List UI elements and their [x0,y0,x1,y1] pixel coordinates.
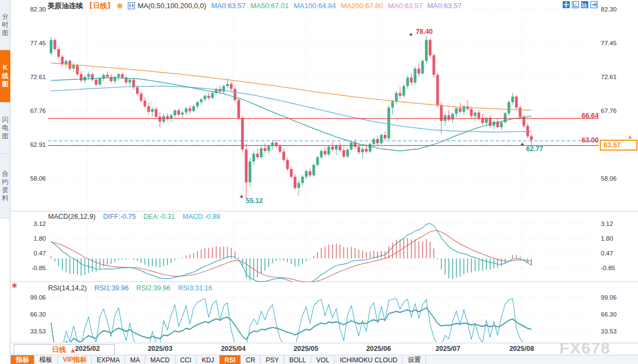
svg-text:67.76: 67.76 [30,108,46,114]
toolbar-tab-CR[interactable]: CR [241,355,261,364]
svg-text:3.12: 3.12 [601,220,613,227]
swing-low-label: 55.12 [246,197,263,205]
symbol-title: 美原油连续 [48,1,83,11]
month-tick-2025/02: 2025/02 [75,345,99,353]
sidebar-filler [0,218,10,364]
macd-panel [51,224,531,285]
month-tick-2025/07: 2025/07 [435,345,460,353]
month-tick-2025/05: 2025/05 [293,345,318,353]
month-tick-2025/08: 2025/08 [509,345,534,353]
toolbar-tab-VOL[interactable]: VOL [311,355,335,364]
swing-high-marker: + [409,31,412,38]
month-tick-2025/04: 2025/04 [221,345,245,353]
month-tick-2025/06: 2025/06 [366,345,391,353]
svg-text:99.06: 99.06 [30,294,46,301]
svg-text:3.12: 3.12 [34,220,46,227]
ma-settings-label[interactable]: MA(0,50,100,200,0,0) [138,2,206,10]
toolbar-tab-CCI[interactable]: CCI [175,355,197,364]
sidebar-item-kline-chart[interactable]: K线图 [0,50,10,103]
toolbar-tab-指标[interactable]: 指标 [10,355,34,364]
recent-low-marker: + [521,141,524,147]
toolbar-tab-设置[interactable]: 设置 [403,355,426,364]
svg-text:82.30: 82.30 [601,6,617,13]
svg-text:72.61: 72.61 [601,74,617,80]
svg-text:82.30: 82.30 [30,6,46,13]
rsi1-value: RSI1:39.96 [94,284,129,292]
rsi-params[interactable]: RSI(14,14,2) [48,284,87,292]
sidebar-item-contract-info[interactable]: 合约资料 [0,154,10,218]
macd-diff-value: DIFF:-0.75 [103,213,136,220]
toolbar-tab-VIP指标[interactable]: VIP指标 [58,355,92,364]
axis-scale-icon[interactable] [572,1,579,8]
toolbar-tab-RSI[interactable]: RSI [220,355,241,364]
exit-fullscreen-icon[interactable] [590,1,598,8]
chart-tools [563,1,598,8]
toolbar-tab-模板[interactable]: 模板 [34,355,58,364]
chart-canvas[interactable]: 82.3082.3077.4577.4572.6172.6167.7667.76… [0,0,638,364]
toolbar-tab-PSY[interactable]: PSY [261,355,284,364]
pan-move-icon[interactable] [563,1,570,8]
svg-text:0.47: 0.47 [601,250,613,256]
svg-text:-0.85: -0.85 [601,265,615,271]
rsi3-value: RSI3:31.16 [178,284,212,292]
period-label: 【日线】 [86,1,114,11]
macd-value: MACD:-0.88 [182,213,220,220]
svg-text:62.91: 62.91 [30,141,46,148]
ma50-value: MA50:67.01 [251,2,289,10]
indicator-settings-icon[interactable]: ✳ [11,282,17,290]
toolbar-tab-ICHIMOKU CLOUD[interactable]: ICHIMOKU CLOUD [335,355,403,364]
zoom-area-icon[interactable] [581,1,588,8]
svg-text:-0.85: -0.85 [32,265,46,271]
svg-text:0.47: 0.47 [34,250,46,256]
svg-text:66.30: 66.30 [30,311,46,318]
toolbar-tab-MACD[interactable]: MACD [145,355,175,364]
svg-text:77.45: 77.45 [30,40,46,46]
rsi-panel [51,299,531,349]
svg-text:99.06: 99.06 [601,294,617,301]
ma0b-value: MA0:63.57 [388,2,422,10]
svg-text:67.76: 67.76 [601,108,617,114]
swing-low-marker: + [240,193,243,200]
svg-text:77.45: 77.45 [601,40,617,46]
trading-app-window: 82.3082.3077.4577.4572.6172.6167.7667.76… [0,0,638,364]
current-price-tag: 63.57 [600,140,637,151]
macd-params[interactable]: MACD(26,12,9) [48,213,96,220]
svg-text:1.80: 1.80 [34,235,46,242]
add-indicator-icon[interactable]: ⊕ [117,2,123,10]
recent-low-label: 62.77 [526,145,543,153]
svg-text:33.53: 33.53 [601,328,617,335]
toolbar-tab-KDJ[interactable]: KDJ [197,355,220,364]
toolbar-tab-MA[interactable]: MA [125,355,145,364]
toolbar-tabs: 指标模板VIP指标EXPMAMAMACDCCIKDJRSICRPSYBOLLVO… [10,355,638,364]
svg-text:66.30: 66.30 [601,311,617,318]
rsi-header: RSI(14,14,2) RSI1:39.96 RSI2:39.96 RSI3:… [48,284,212,292]
month-tick-2025/03: 2025/03 [147,345,172,353]
ma200-value: MA200:67.80 [341,2,383,10]
svg-text:33.53: 33.53 [30,328,46,335]
sidebar-item-timeline-chart[interactable]: 分时图 [0,0,10,50]
svg-text:72.61: 72.61 [30,74,46,80]
svg-text:1.80: 1.80 [601,235,613,242]
macd-dea-value: DEA:-0.31 [144,213,175,220]
svg-text:58.06: 58.06 [601,175,617,182]
toolbar-tab-BOLL[interactable]: BOLL [284,355,311,364]
macd-header: MACD(26,12,9) DIFF:-0.75 DEA:-0.31 MACD:… [48,213,220,220]
svg-text:58.06: 58.06 [30,175,46,182]
support-level-label[interactable]: 63.00 [568,136,599,144]
time-axis-row: 日线 ▲ 2025/022025/032025/042025/052025/06… [10,343,638,355]
ma0c-value: MA0:63.57 [427,2,462,10]
ma100-value: MA100:64.84 [294,2,336,10]
swing-high-label: 78.40 [416,28,433,35]
ma0-value: MA0:63.57 [211,2,246,10]
price-up-arrow-icon: ▲ [627,133,633,140]
chart-header: 美原油连续 【日线】 ⊕ MA(0,50,100,200,0,0) MA0:63… [48,1,466,10]
toolbar-tab-EXPMA[interactable]: EXPMA [92,355,125,364]
candlestick-series [50,37,533,199]
sidebar-item-lightning-chart[interactable]: 闪电图 [0,103,10,154]
rsi2-value: RSI2:39.96 [136,284,170,292]
resistance-level-label[interactable]: 66.64 [568,112,599,120]
period-selector-label: 日线 [52,345,66,355]
kline-icon [128,2,135,9]
